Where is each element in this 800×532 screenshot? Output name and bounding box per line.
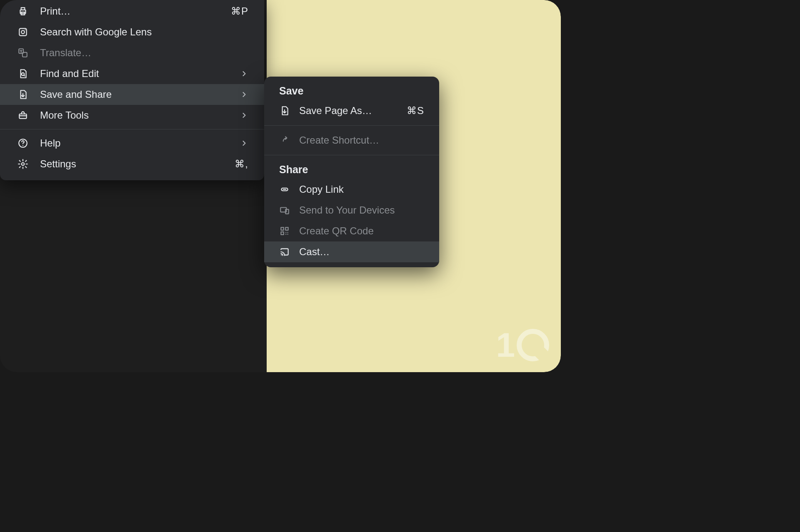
- svg-rect-18: [281, 232, 284, 235]
- submenu-item-label: Send to Your Devices: [299, 204, 424, 216]
- svg-point-5: [25, 30, 25, 30]
- svg-point-19: [281, 255, 282, 256]
- submenu-shortcut: ⌘S: [407, 105, 424, 117]
- menu-item-translate: Translate…: [0, 42, 264, 63]
- submenu-item-create-shortcut: Create Shortcut…: [264, 130, 439, 151]
- translate-icon: [18, 47, 40, 58]
- menu-item-label: Settings: [40, 158, 235, 170]
- watermark-text: 1: [496, 326, 515, 365]
- submenu-item-cast[interactable]: Cast…: [264, 241, 439, 262]
- watermark-logo: 1: [496, 326, 549, 365]
- qr-icon: [279, 226, 299, 236]
- menu-item-find-and-edit[interactable]: Find and Edit: [0, 63, 264, 84]
- save-icon: [279, 105, 299, 116]
- chevron-right-icon: [240, 139, 248, 147]
- menu-item-label: Find and Edit: [40, 68, 240, 80]
- menu-separator: [0, 129, 264, 129]
- submenu-item-send-to-your-devices: Send to Your Devices: [264, 200, 439, 221]
- menu-item-search-with-google-lens[interactable]: Search with Google Lens: [0, 22, 264, 42]
- menu-shortcut: ⌘P: [231, 5, 248, 17]
- app-canvas: Print…⌘PSearch with Google LensTranslate…: [0, 0, 561, 372]
- toolbox-icon: [18, 110, 40, 121]
- submenu-separator: [264, 125, 439, 126]
- save-icon: [18, 89, 40, 100]
- chevron-right-icon: [240, 70, 248, 78]
- menu-item-label: Save and Share: [40, 89, 240, 100]
- watermark-ring-icon: [517, 329, 549, 361]
- submenu-item-label: Copy Link: [299, 184, 424, 195]
- submenu-item-label: Cast…: [299, 246, 424, 258]
- svg-point-11: [22, 145, 23, 146]
- menu-item-help[interactable]: Help: [0, 133, 264, 154]
- submenu-item-label: Create Shortcut…: [299, 134, 424, 146]
- shortcut-icon: [279, 135, 299, 146]
- chevron-right-icon: [240, 90, 248, 99]
- menu-item-save-and-share[interactable]: Save and Share: [0, 84, 264, 105]
- main-context-menu: Print…⌘PSearch with Google LensTranslate…: [0, 0, 264, 180]
- help-icon: [18, 138, 40, 149]
- link-icon: [279, 184, 299, 195]
- menu-item-label: Translate…: [40, 47, 248, 59]
- submenu-item-create-qr-code: Create QR Code: [264, 221, 439, 241]
- menu-item-label: More Tools: [40, 109, 240, 121]
- svg-rect-9: [19, 114, 26, 119]
- menu-shortcut: ⌘,: [235, 158, 248, 170]
- submenu-item-save-page-as[interactable]: Save Page As…⌘S: [264, 100, 439, 121]
- find-icon: [18, 68, 40, 79]
- submenu-item-label: Create QR Code: [299, 225, 424, 237]
- save-share-submenu: SaveSave Page As…⌘SCreate Shortcut…Share…: [264, 77, 439, 267]
- menu-item-more-tools[interactable]: More Tools: [0, 105, 264, 126]
- menu-item-settings[interactable]: Settings⌘,: [0, 154, 264, 174]
- devices-icon: [279, 205, 299, 216]
- submenu-item-label: Save Page As…: [299, 105, 407, 117]
- submenu-item-copy-link[interactable]: Copy Link: [264, 179, 439, 200]
- svg-rect-17: [285, 227, 288, 230]
- svg-point-4: [21, 30, 25, 34]
- lens-icon: [18, 27, 40, 37]
- menu-item-label: Print…: [40, 5, 231, 17]
- settings-icon: [18, 159, 40, 169]
- print-icon: [18, 6, 40, 17]
- submenu-section-separator: [264, 155, 439, 155]
- svg-rect-1: [21, 7, 25, 10]
- svg-point-12: [22, 163, 25, 166]
- menu-item-print[interactable]: Print…⌘P: [0, 1, 264, 22]
- menu-item-label: Help: [40, 137, 240, 149]
- svg-rect-16: [281, 227, 284, 230]
- submenu-header-share: Share: [264, 159, 439, 179]
- chevron-right-icon: [240, 111, 248, 119]
- menu-item-label: Search with Google Lens: [40, 26, 248, 38]
- cast-icon: [279, 246, 299, 257]
- submenu-header-save: Save: [264, 81, 439, 100]
